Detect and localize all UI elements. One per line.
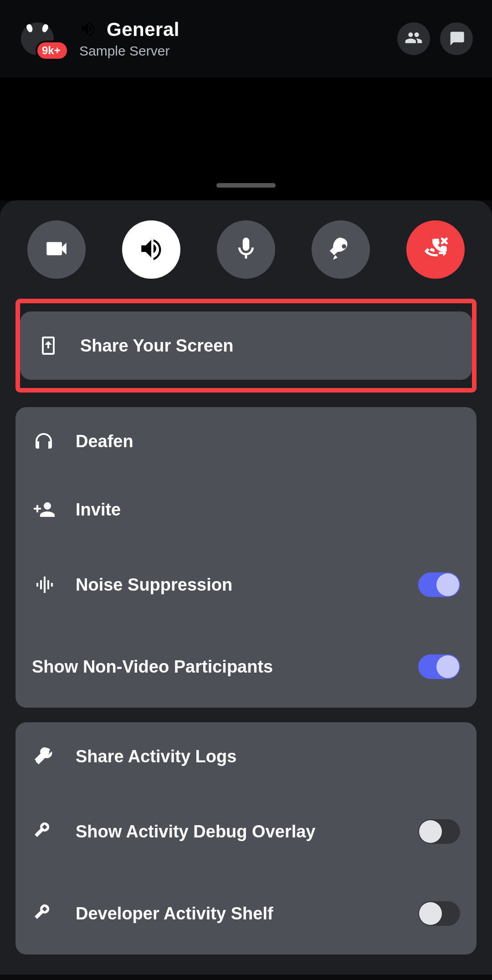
debug-overlay-row[interactable]: Show Activity Debug Overlay xyxy=(32,791,460,873)
nonvideo-label: Show Non-Video Participants xyxy=(32,657,418,677)
share-screen-highlight: Share Your Screen xyxy=(15,299,477,393)
share-screen-label: Share Your Screen xyxy=(80,336,456,356)
nonvideo-row[interactable]: Show Non-Video Participants xyxy=(32,626,460,708)
nonvideo-toggle[interactable] xyxy=(418,654,460,679)
invite-row[interactable]: Invite xyxy=(32,475,460,544)
members-button[interactable] xyxy=(397,22,430,55)
speaker-button[interactable] xyxy=(122,220,180,279)
dev-shelf-row[interactable]: Developer Activity Shelf xyxy=(32,873,460,954)
share-screen-icon xyxy=(36,335,60,357)
deafen-label: Deafen xyxy=(76,432,460,451)
speaker-icon xyxy=(138,235,164,264)
mic-button[interactable] xyxy=(217,220,275,279)
noise-suppression-row[interactable]: Noise Suppression xyxy=(32,544,460,626)
wrench-icon xyxy=(32,745,56,767)
members-icon xyxy=(405,29,423,49)
share-screen-row[interactable]: Share Your Screen xyxy=(36,311,456,380)
call-actions-sheet: Share Your Screen Deafen Invite Noise Su… xyxy=(0,200,492,975)
messages-button[interactable] xyxy=(440,22,473,55)
invite-label: Invite xyxy=(76,500,460,520)
noise-suppression-toggle[interactable] xyxy=(418,572,460,597)
speaker-icon xyxy=(79,20,97,39)
channel-title: General xyxy=(107,19,179,41)
wrench-icon xyxy=(32,903,56,924)
debug-overlay-toggle[interactable] xyxy=(418,819,460,844)
activities-button[interactable] xyxy=(312,220,370,279)
wrench-icon xyxy=(32,821,56,842)
dev-shelf-label: Developer Activity Shelf xyxy=(76,904,398,924)
sheet-grabber[interactable] xyxy=(216,183,276,188)
server-name: Sample Server xyxy=(79,43,179,59)
debug-overlay-label: Show Activity Debug Overlay xyxy=(76,822,398,842)
camera-icon xyxy=(43,235,70,264)
mic-icon xyxy=(233,235,259,264)
deafen-row[interactable]: Deafen xyxy=(32,407,460,475)
hangup-icon xyxy=(422,235,449,264)
chat-icon xyxy=(447,29,466,49)
soundwave-icon xyxy=(32,574,56,596)
disconnect-button[interactable] xyxy=(406,220,465,279)
noise-suppression-label: Noise Suppression xyxy=(76,575,398,595)
headphones-icon xyxy=(32,430,56,452)
mention-badge: 9k+ xyxy=(37,42,67,59)
rocket-icon xyxy=(328,235,354,264)
camera-button[interactable] xyxy=(27,220,86,279)
share-logs-row[interactable]: Share Activity Logs xyxy=(32,722,460,791)
server-avatar[interactable]: 9k+ xyxy=(19,20,56,57)
dev-shelf-toggle[interactable] xyxy=(418,901,460,926)
share-logs-label: Share Activity Logs xyxy=(76,747,460,766)
invite-icon xyxy=(32,499,56,521)
